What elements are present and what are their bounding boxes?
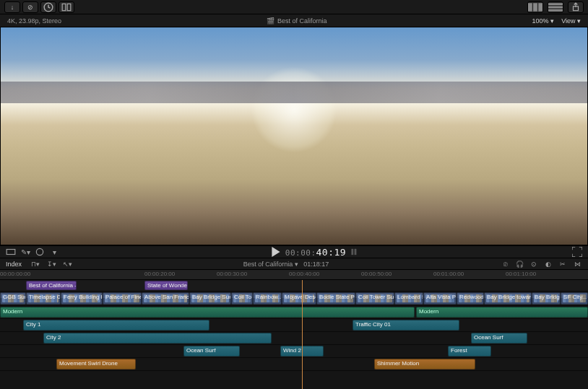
svg-rect-8 (548, 9, 563, 11)
fullscreen-button[interactable] (572, 247, 582, 257)
view-dropdown[interactable]: View ▾ (561, 17, 581, 25)
clip[interactable]: State of Wonder (144, 281, 188, 290)
clip[interactable]: Ocean Surf (183, 346, 240, 357)
play-button[interactable] (271, 247, 281, 257)
ruler-tick: 00:01:00:00 (433, 271, 464, 277)
clip[interactable]: Ocean Surf (471, 333, 527, 344)
clip[interactable]: City 1 (23, 320, 209, 331)
effects-track[interactable]: Movement Swirl DroneShimmer Motion (0, 358, 588, 371)
svg-rect-5 (538, 3, 542, 11)
timeline-header: Index ⊓▾ ↧▾ ↖▾ Best of California ▾ 01:1… (0, 258, 588, 270)
snapping-button[interactable]: ⊙ (529, 259, 539, 269)
ruler-tick: 00:00:40:00 (289, 271, 319, 277)
svg-point-11 (36, 248, 43, 255)
viewer-infobar: 4K, 23.98p, Stereo 🎬 Best of California … (0, 14, 588, 27)
skimming-button[interactable]: ⎚ (500, 259, 510, 269)
clip[interactable]: Shimmer Motion (374, 359, 475, 370)
arrow-tool[interactable]: ↖▾ (62, 259, 72, 269)
titles-track[interactable]: Best of California - 3DState of Wonder (0, 280, 588, 292)
retiming-button[interactable]: ⋈ (572, 259, 582, 269)
ruler-tick: 00:00:30:00 (217, 271, 247, 277)
clapperboard-icon: 🎬 (267, 17, 274, 25)
clip[interactable]: Lombard St... (394, 292, 423, 305)
clip[interactable]: Rainbow... (253, 292, 282, 305)
clip[interactable]: Modern (416, 307, 588, 318)
clip[interactable]: Timelapse GGB (26, 292, 61, 305)
tools-dropdown[interactable]: ✎▾ (20, 247, 30, 257)
clip[interactable]: Palace of Fine Arts (103, 292, 142, 305)
svg-rect-12 (352, 249, 354, 255)
layout-filmstrip-button[interactable] (527, 1, 543, 13)
timeline-title[interactable]: Best of California ▾ 01:18:17 (72, 261, 500, 268)
clip[interactable]: Bay Bridge Sunset (189, 292, 231, 305)
keyword-button[interactable]: ⊘ (22, 1, 38, 13)
clip[interactable]: Bodie State Park (316, 292, 355, 305)
svg-rect-2 (67, 4, 71, 10)
library-toggle-button[interactable] (59, 1, 74, 13)
clip-connect-button[interactable]: ⊓▾ (30, 259, 40, 269)
insert-button[interactable]: ↧▾ (46, 259, 56, 269)
svg-rect-3 (528, 3, 532, 11)
ruler-tick: 00:00:20:00 (144, 271, 175, 277)
music-track[interactable]: ModernModern (0, 306, 588, 319)
zoom-dropdown[interactable]: 100% ▾ (532, 17, 555, 25)
import-button[interactable]: ↓ (4, 1, 20, 13)
svg-rect-7 (548, 6, 563, 8)
top-toolbar: ↓ ⊘ (0, 0, 588, 14)
clip-appearance-button[interactable] (6, 247, 16, 257)
clip[interactable]: Movement Swirl Drone (56, 359, 136, 370)
viewer-canvas[interactable] (0, 27, 588, 245)
svg-rect-10 (7, 250, 15, 255)
timecode-display[interactable]: 00:00:40:19 (285, 247, 346, 258)
svg-rect-13 (355, 249, 357, 255)
share-button[interactable] (568, 1, 584, 13)
effects-dropdown[interactable]: ▾ (49, 247, 59, 257)
clip[interactable]: Traffic City 01 (353, 320, 459, 331)
index-button[interactable]: Index (6, 261, 22, 268)
svg-rect-1 (62, 4, 66, 10)
solo-button[interactable]: ◐ (543, 259, 553, 269)
clip[interactable]: Coil Tower Sunset (355, 292, 394, 305)
clip[interactable]: Redwoods (457, 292, 484, 305)
clip[interactable]: Modern (0, 307, 415, 318)
clip-trimming-button[interactable]: ✂ (558, 259, 568, 269)
clip[interactable]: Best of California - 3D (26, 281, 77, 290)
timeline-ruler[interactable]: 00:00:00:0000:00:20:0000:00:30:0000:00:4… (0, 270, 588, 280)
background-tasks-button[interactable] (40, 1, 56, 13)
audio-meters-icon (350, 247, 360, 257)
primary-video-track[interactable]: GGB SunsetTimelapse GGBFerry Building Pa… (0, 292, 588, 306)
clip[interactable]: Alta Vista Park (423, 292, 457, 305)
svg-rect-4 (533, 3, 537, 11)
ruler-tick: 00:00:00:00 (0, 271, 30, 277)
audio-track-1[interactable]: City 1Traffic City 01 (0, 319, 588, 332)
playhead[interactable] (302, 280, 303, 389)
audio-track-2[interactable]: City 2Ocean Surf (0, 332, 588, 345)
clip[interactable]: Bay Bridge (532, 292, 561, 305)
color-button[interactable] (35, 247, 45, 257)
layout-list-button[interactable] (548, 1, 563, 13)
transport-bar: ✎▾ ▾ 00:00:40:19 (0, 245, 588, 258)
clip[interactable]: Bay Bridge toward SF (484, 292, 532, 305)
clip[interactable]: SF City... (561, 292, 588, 305)
audio-skimming-button[interactable]: 🎧 (514, 259, 524, 269)
ruler-tick: 00:01:10:00 (506, 271, 536, 277)
clip[interactable]: Above San Francisco (142, 292, 189, 305)
clip[interactable]: Coil To... (231, 292, 253, 305)
project-title: Best of California (277, 17, 327, 25)
svg-rect-6 (548, 3, 563, 5)
clip[interactable]: Ferry Building Part 2 (61, 292, 103, 305)
ruler-tick: 00:00:50:00 (361, 271, 392, 277)
resolution-label: 4K, 23.98p, Stereo (7, 17, 61, 25)
clip[interactable]: City 2 (43, 333, 272, 344)
clip[interactable]: Forest (448, 346, 491, 357)
audio-track-3[interactable]: Ocean SurfWind 2Forest (0, 345, 588, 358)
clip[interactable]: GGB Sunset (0, 292, 26, 305)
clip[interactable]: Mojave Desert (282, 292, 316, 305)
timeline-area[interactable]: Best of California - 3DState of Wonder G… (0, 280, 588, 389)
